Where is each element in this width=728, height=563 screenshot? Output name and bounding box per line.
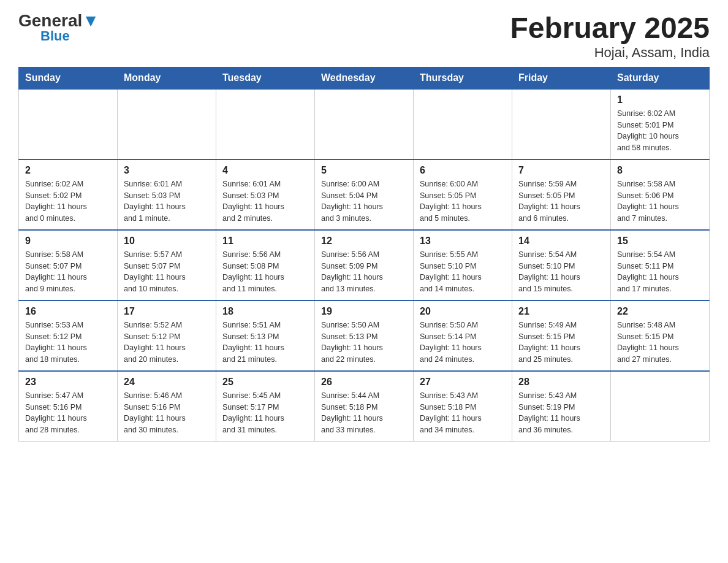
weekday-header-friday: Friday (512, 67, 611, 89)
calendar-cell-w1-d3 (216, 89, 315, 159)
title-section: February 2025 Hojai, Assam, India (510, 12, 710, 61)
calendar-cell-w1-d1 (19, 89, 118, 159)
day-number: 15 (617, 236, 703, 247)
day-number: 13 (420, 236, 506, 247)
day-info: Sunrise: 6:00 AMSunset: 5:04 PMDaylight:… (321, 178, 407, 224)
day-number: 11 (222, 236, 308, 247)
day-info: Sunrise: 5:59 AMSunset: 5:05 PMDaylight:… (518, 178, 604, 224)
day-info: Sunrise: 6:02 AMSunset: 5:01 PMDaylight:… (617, 108, 703, 154)
calendar-cell-w3-d5: 13Sunrise: 5:55 AMSunset: 5:10 PMDayligh… (414, 230, 512, 301)
day-info: Sunrise: 5:47 AMSunset: 5:16 PMDaylight:… (25, 390, 111, 436)
calendar-cell-w4-d5: 20Sunrise: 5:50 AMSunset: 5:14 PMDayligh… (414, 301, 512, 371)
day-info: Sunrise: 5:44 AMSunset: 5:18 PMDaylight:… (321, 390, 407, 436)
calendar-cell-w1-d4 (315, 89, 414, 159)
calendar-cell-w3-d1: 9Sunrise: 5:58 AMSunset: 5:07 PMDaylight… (19, 230, 118, 301)
calendar-cell-w5-d5: 27Sunrise: 5:43 AMSunset: 5:18 PMDayligh… (414, 371, 512, 442)
calendar-cell-w3-d4: 12Sunrise: 5:56 AMSunset: 5:09 PMDayligh… (315, 230, 414, 301)
day-number: 8 (617, 165, 703, 176)
calendar-cell-w5-d4: 26Sunrise: 5:44 AMSunset: 5:18 PMDayligh… (315, 371, 414, 442)
calendar-cell-w2-d7: 8Sunrise: 5:58 AMSunset: 5:06 PMDaylight… (611, 159, 710, 230)
calendar-cell-w1-d2 (118, 89, 216, 159)
day-number: 23 (25, 377, 111, 388)
day-number: 7 (518, 165, 604, 176)
calendar-cell-w2-d5: 6Sunrise: 6:00 AMSunset: 5:05 PMDaylight… (414, 159, 512, 230)
calendar-cell-w5-d3: 25Sunrise: 5:45 AMSunset: 5:17 PMDayligh… (216, 371, 315, 442)
day-info: Sunrise: 5:55 AMSunset: 5:10 PMDaylight:… (420, 249, 506, 295)
page-header: General▼ Blue February 2025 Hojai, Assam… (18, 12, 710, 61)
calendar-cell-w4-d4: 19Sunrise: 5:50 AMSunset: 5:13 PMDayligh… (315, 301, 414, 371)
day-info: Sunrise: 5:45 AMSunset: 5:17 PMDaylight:… (222, 390, 308, 436)
day-info: Sunrise: 5:50 AMSunset: 5:13 PMDaylight:… (321, 320, 407, 366)
weekday-header-row: SundayMondayTuesdayWednesdayThursdayFrid… (19, 67, 710, 89)
day-info: Sunrise: 6:01 AMSunset: 5:03 PMDaylight:… (124, 178, 210, 224)
day-info: Sunrise: 5:46 AMSunset: 5:16 PMDaylight:… (124, 390, 210, 436)
day-number: 21 (518, 306, 604, 317)
day-number: 25 (222, 377, 308, 388)
day-info: Sunrise: 5:53 AMSunset: 5:12 PMDaylight:… (25, 320, 111, 366)
day-info: Sunrise: 5:50 AMSunset: 5:14 PMDaylight:… (420, 320, 506, 366)
weekday-header-thursday: Thursday (414, 67, 512, 89)
day-info: Sunrise: 5:56 AMSunset: 5:09 PMDaylight:… (321, 249, 407, 295)
day-number: 6 (420, 165, 506, 176)
day-number: 9 (25, 236, 111, 247)
day-info: Sunrise: 6:00 AMSunset: 5:05 PMDaylight:… (420, 178, 506, 224)
calendar-cell-w5-d2: 24Sunrise: 5:46 AMSunset: 5:16 PMDayligh… (118, 371, 216, 442)
calendar-cell-w2-d2: 3Sunrise: 6:01 AMSunset: 5:03 PMDaylight… (118, 159, 216, 230)
day-number: 19 (321, 306, 407, 317)
calendar-cell-w2-d1: 2Sunrise: 6:02 AMSunset: 5:02 PMDaylight… (19, 159, 118, 230)
day-number: 18 (222, 306, 308, 317)
day-info: Sunrise: 5:58 AMSunset: 5:06 PMDaylight:… (617, 178, 703, 224)
logo: General▼ Blue (18, 12, 99, 43)
calendar-cell-w4-d6: 21Sunrise: 5:49 AMSunset: 5:15 PMDayligh… (512, 301, 611, 371)
day-info: Sunrise: 5:43 AMSunset: 5:18 PMDaylight:… (420, 390, 506, 436)
calendar-cell-w5-d6: 28Sunrise: 5:43 AMSunset: 5:19 PMDayligh… (512, 371, 611, 442)
day-info: Sunrise: 5:43 AMSunset: 5:19 PMDaylight:… (518, 390, 604, 436)
day-number: 10 (124, 236, 210, 247)
day-info: Sunrise: 5:58 AMSunset: 5:07 PMDaylight:… (25, 249, 111, 295)
day-number: 26 (321, 377, 407, 388)
day-info: Sunrise: 6:02 AMSunset: 5:02 PMDaylight:… (25, 178, 111, 224)
calendar-week-4: 16Sunrise: 5:53 AMSunset: 5:12 PMDayligh… (19, 301, 710, 371)
logo-blue: Blue (40, 29, 70, 43)
calendar-cell-w2-d3: 4Sunrise: 6:01 AMSunset: 5:03 PMDaylight… (216, 159, 315, 230)
day-info: Sunrise: 5:52 AMSunset: 5:12 PMDaylight:… (124, 320, 210, 366)
calendar-cell-w5-d7 (611, 371, 710, 442)
calendar-week-2: 2Sunrise: 6:02 AMSunset: 5:02 PMDaylight… (19, 159, 710, 230)
calendar-week-3: 9Sunrise: 5:58 AMSunset: 5:07 PMDaylight… (19, 230, 710, 301)
day-info: Sunrise: 5:57 AMSunset: 5:07 PMDaylight:… (124, 249, 210, 295)
weekday-header-monday: Monday (118, 67, 216, 89)
day-number: 14 (518, 236, 604, 247)
day-number: 2 (25, 165, 111, 176)
day-info: Sunrise: 5:49 AMSunset: 5:15 PMDaylight:… (518, 320, 604, 366)
day-info: Sunrise: 5:48 AMSunset: 5:15 PMDaylight:… (617, 320, 703, 366)
calendar-cell-w4-d7: 22Sunrise: 5:48 AMSunset: 5:15 PMDayligh… (611, 301, 710, 371)
day-number: 17 (124, 306, 210, 317)
day-number: 20 (420, 306, 506, 317)
day-number: 5 (321, 165, 407, 176)
calendar-cell-w1-d7: 1Sunrise: 6:02 AMSunset: 5:01 PMDaylight… (611, 89, 710, 159)
calendar-cell-w2-d6: 7Sunrise: 5:59 AMSunset: 5:05 PMDaylight… (512, 159, 611, 230)
day-number: 22 (617, 306, 703, 317)
day-info: Sunrise: 6:01 AMSunset: 5:03 PMDaylight:… (222, 178, 308, 224)
day-info: Sunrise: 5:54 AMSunset: 5:10 PMDaylight:… (518, 249, 604, 295)
calendar-cell-w1-d6 (512, 89, 611, 159)
calendar-cell-w3-d7: 15Sunrise: 5:54 AMSunset: 5:11 PMDayligh… (611, 230, 710, 301)
calendar-cell-w4-d1: 16Sunrise: 5:53 AMSunset: 5:12 PMDayligh… (19, 301, 118, 371)
calendar-cell-w5-d1: 23Sunrise: 5:47 AMSunset: 5:16 PMDayligh… (19, 371, 118, 442)
weekday-header-wednesday: Wednesday (315, 67, 414, 89)
calendar-cell-w2-d4: 5Sunrise: 6:00 AMSunset: 5:04 PMDaylight… (315, 159, 414, 230)
calendar-cell-w3-d6: 14Sunrise: 5:54 AMSunset: 5:10 PMDayligh… (512, 230, 611, 301)
day-info: Sunrise: 5:56 AMSunset: 5:08 PMDaylight:… (222, 249, 308, 295)
logo-triangle-icon: ▼ (82, 11, 99, 30)
day-number: 12 (321, 236, 407, 247)
day-number: 1 (617, 94, 703, 105)
calendar-cell-w1-d5 (414, 89, 512, 159)
calendar-cell-w4-d2: 17Sunrise: 5:52 AMSunset: 5:12 PMDayligh… (118, 301, 216, 371)
day-number: 3 (124, 165, 210, 176)
calendar-title: February 2025 (510, 12, 710, 45)
day-number: 24 (124, 377, 210, 388)
day-number: 16 (25, 306, 111, 317)
weekday-header-tuesday: Tuesday (216, 67, 315, 89)
weekday-header-sunday: Sunday (19, 67, 118, 89)
weekday-header-saturday: Saturday (611, 67, 710, 89)
